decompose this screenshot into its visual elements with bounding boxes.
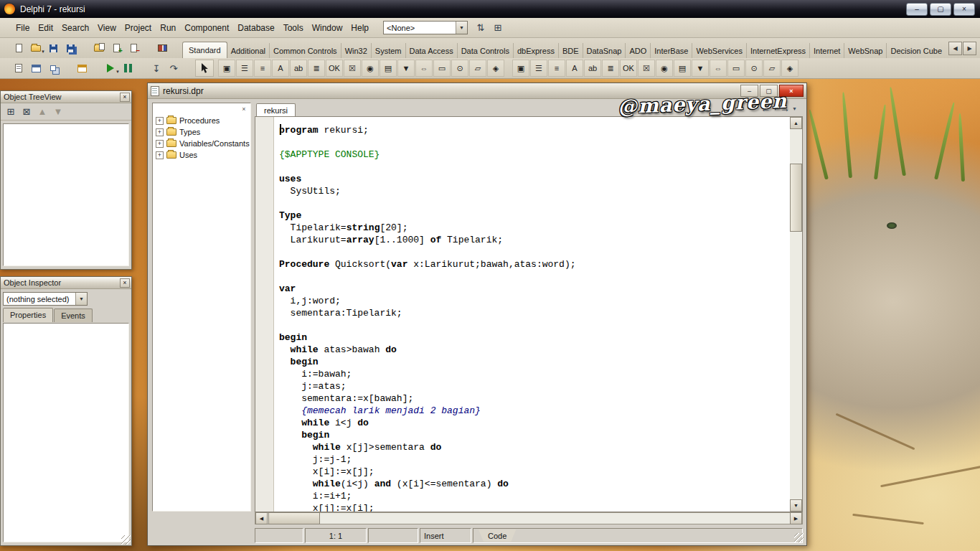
- frames-icon[interactable]: ▣: [218, 60, 235, 77]
- menu-run[interactable]: Run: [156, 20, 180, 36]
- combo-dropdown-icon[interactable]: ▼: [456, 22, 467, 34]
- save-all-icon[interactable]: [62, 40, 79, 56]
- selection-cursor-icon[interactable]: [195, 60, 214, 77]
- minimize-button[interactable]: –: [906, 3, 928, 16]
- object-treeview-close-icon[interactable]: ×: [120, 93, 130, 102]
- code-bottom-tab[interactable]: Code: [479, 529, 516, 542]
- expand-plus-icon[interactable]: +: [156, 151, 164, 159]
- object-treeview-client[interactable]: [3, 123, 129, 266]
- open-file-icon[interactable]: ▼: [27, 40, 44, 56]
- palette-tab-decision-cube[interactable]: Decision Cube: [887, 43, 945, 58]
- radiogroup-icon[interactable]: ⊙: [451, 60, 468, 77]
- menu-component[interactable]: Component: [180, 20, 233, 36]
- popupmenu-icon[interactable]: ≡: [548, 60, 565, 77]
- listbox-icon[interactable]: ▤: [674, 60, 691, 77]
- memo-icon[interactable]: ≣: [602, 60, 619, 77]
- view-form-icon[interactable]: [27, 60, 44, 76]
- inspector-client[interactable]: [3, 323, 129, 542]
- menu-project[interactable]: Project: [121, 20, 156, 36]
- edit-icon[interactable]: ab: [290, 60, 307, 77]
- combobox-icon[interactable]: ▼: [397, 60, 415, 77]
- menu-file[interactable]: File: [11, 20, 34, 36]
- open-project-icon[interactable]: [90, 40, 108, 56]
- palette-tab-dbexpress[interactable]: dbExpress: [514, 43, 559, 58]
- palette-tab-datasnap[interactable]: DataSnap: [583, 43, 626, 58]
- vertical-scroll-thumb[interactable]: [790, 164, 802, 232]
- maximize-button[interactable]: ▢: [930, 3, 951, 16]
- forward-dropdown-icon[interactable]: ▼: [792, 106, 797, 111]
- object-inspector-close-icon[interactable]: ×: [120, 278, 130, 288]
- palette-tab-additional[interactable]: Additional: [227, 43, 270, 58]
- treeview-delete-icon[interactable]: ⊠: [19, 105, 34, 118]
- popupmenu-icon[interactable]: ≡: [254, 60, 271, 77]
- expand-plus-icon[interactable]: +: [156, 140, 164, 148]
- desktop-settings-icon[interactable]: ⊞: [489, 20, 507, 36]
- move-down-icon[interactable]: ▼: [51, 105, 65, 118]
- scroll-up-icon[interactable]: ▲: [790, 117, 802, 129]
- palette-tab-data-access[interactable]: Data Access: [406, 43, 458, 58]
- pause-icon[interactable]: [119, 60, 136, 76]
- palette-tab-internetexpress[interactable]: InternetExpress: [747, 43, 810, 58]
- scroll-right-icon[interactable]: ▶: [790, 512, 802, 524]
- desktop-save-icon[interactable]: ⇅: [472, 20, 489, 36]
- label-icon[interactable]: A: [566, 60, 583, 77]
- code-editor[interactable]: program rekursi; {$APPTYPE CONSOLE} uses…: [255, 116, 803, 512]
- menu-window[interactable]: Window: [308, 20, 347, 36]
- mainmenu-icon[interactable]: ☰: [236, 60, 253, 77]
- checkbox-icon[interactable]: ☒: [344, 60, 361, 77]
- menu-tools[interactable]: Tools: [279, 20, 308, 36]
- palette-tab-system[interactable]: System: [372, 43, 406, 58]
- close-button[interactable]: ×: [953, 3, 975, 16]
- code-text[interactable]: program rekursi; {$APPTYPE CONSOLE} uses…: [275, 118, 790, 512]
- horizontal-scrollbar[interactable]: ◀ ▶: [255, 512, 803, 524]
- radiobutton-icon[interactable]: ◉: [362, 60, 379, 77]
- save-file-icon[interactable]: [44, 40, 62, 56]
- palette-tab-ado[interactable]: ADO: [626, 43, 651, 58]
- tree-item-types[interactable]: +Types: [153, 126, 250, 138]
- view-unit-icon[interactable]: [10, 60, 27, 76]
- toggle-form-unit-icon[interactable]: [44, 60, 62, 76]
- scrollbar-icon[interactable]: ⇔: [415, 60, 433, 77]
- edit-icon[interactable]: ab: [584, 60, 601, 77]
- palette-tab-interbase[interactable]: InterBase: [651, 43, 692, 58]
- button-icon[interactable]: OK: [326, 60, 343, 77]
- code-explorer-close-icon[interactable]: ×: [240, 105, 248, 113]
- scrollbar-icon[interactable]: ⇔: [710, 60, 727, 77]
- step-over-icon[interactable]: ↷: [165, 60, 182, 76]
- scroll-left-icon[interactable]: ◀: [255, 512, 268, 524]
- tree-item-variables-constants[interactable]: +Variables/Constants: [153, 138, 250, 149]
- palette-tab-internet[interactable]: Internet: [810, 43, 844, 58]
- listbox-icon[interactable]: ▤: [380, 60, 397, 77]
- memo-icon[interactable]: ≣: [308, 60, 325, 77]
- combobox-icon[interactable]: ▼: [692, 60, 709, 77]
- expand-plus-icon[interactable]: +: [156, 128, 164, 136]
- panel-icon[interactable]: ▱: [469, 60, 486, 77]
- desktop-layout-combo[interactable]: <None> ▼: [383, 21, 468, 34]
- palette-tab-data-controls[interactable]: Data Controls: [458, 43, 514, 58]
- remove-file-from-project-icon[interactable]: [125, 40, 142, 56]
- label-icon[interactable]: A: [272, 60, 289, 77]
- editor-resize-grip[interactable]: [794, 533, 804, 542]
- actionlist-icon[interactable]: ◈: [781, 60, 798, 77]
- inspector-resize-grip[interactable]: [121, 535, 131, 545]
- new-file-icon[interactable]: [10, 40, 27, 56]
- menu-help[interactable]: Help: [347, 20, 373, 36]
- inspector-combo-dropdown-icon[interactable]: ▼: [75, 293, 87, 305]
- new-form-icon[interactable]: [73, 60, 90, 76]
- menu-database[interactable]: Database: [233, 20, 278, 36]
- palette-scroll-left-icon[interactable]: ◀: [948, 42, 962, 55]
- horizontal-scroll-thumb[interactable]: [268, 512, 320, 524]
- groupbox-icon[interactable]: ▭: [727, 60, 745, 77]
- palette-scroll-right-icon[interactable]: ▶: [963, 42, 976, 55]
- scroll-down-icon[interactable]: ▼: [790, 499, 802, 512]
- radiogroup-icon[interactable]: ⊙: [745, 60, 763, 77]
- run-icon[interactable]: ▼: [102, 60, 119, 76]
- inspector-object-combo[interactable]: (nothing selected) ▼: [3, 292, 88, 306]
- groupbox-icon[interactable]: ▭: [433, 60, 451, 77]
- palette-tab-websnap[interactable]: WebSnap: [844, 43, 887, 58]
- vertical-scrollbar[interactable]: ▲ ▼: [790, 117, 802, 512]
- menu-search[interactable]: Search: [57, 20, 93, 36]
- tree-item-procedures[interactable]: +Procedures: [153, 115, 250, 126]
- move-up-icon[interactable]: ▲: [35, 105, 50, 118]
- palette-tab-bde[interactable]: BDE: [559, 43, 583, 58]
